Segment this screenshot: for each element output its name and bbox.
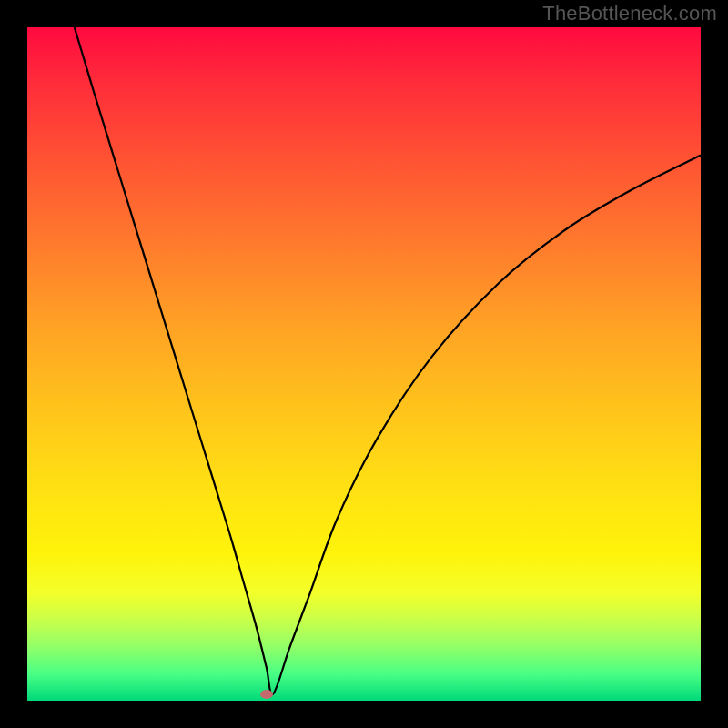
curve-path [75, 27, 701, 694]
watermark-text: TheBottleneck.com [542, 2, 717, 25]
minimum-point-marker [260, 690, 273, 699]
bottleneck-curve [27, 27, 701, 701]
chart-frame: TheBottleneck.com [0, 0, 728, 728]
